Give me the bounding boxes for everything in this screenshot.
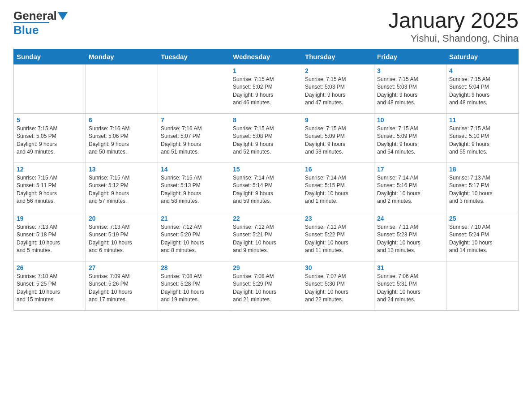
day-number: 12 xyxy=(17,166,83,173)
day-number: 15 xyxy=(233,166,299,173)
calendar-cell: 17Sunrise: 7:14 AM Sunset: 5:16 PM Dayli… xyxy=(374,163,446,212)
day-info: Sunrise: 7:15 AM Sunset: 5:02 PM Dayligh… xyxy=(233,76,299,107)
day-number: 22 xyxy=(233,215,299,222)
calendar-cell: 15Sunrise: 7:14 AM Sunset: 5:14 PM Dayli… xyxy=(230,163,302,212)
calendar-cell: 14Sunrise: 7:15 AM Sunset: 5:13 PM Dayli… xyxy=(158,163,230,212)
col-wednesday: Wednesday xyxy=(230,49,302,64)
calendar-week-row: 1Sunrise: 7:15 AM Sunset: 5:02 PM Daylig… xyxy=(14,64,519,113)
day-number: 18 xyxy=(449,166,515,173)
col-monday: Monday xyxy=(86,49,158,64)
day-number: 27 xyxy=(89,264,155,271)
day-info: Sunrise: 7:13 AM Sunset: 5:17 PM Dayligh… xyxy=(449,174,515,206)
day-info: Sunrise: 7:15 AM Sunset: 5:12 PM Dayligh… xyxy=(89,174,155,206)
day-number: 16 xyxy=(305,166,371,173)
day-number: 28 xyxy=(161,264,227,271)
day-info: Sunrise: 7:15 AM Sunset: 5:10 PM Dayligh… xyxy=(449,125,515,156)
day-number: 1 xyxy=(233,67,299,74)
calendar-cell: 2Sunrise: 7:15 AM Sunset: 5:03 PM Daylig… xyxy=(302,64,374,113)
page-title: January 2025 xyxy=(388,9,519,33)
col-saturday: Saturday xyxy=(446,49,519,64)
day-info: Sunrise: 7:16 AM Sunset: 5:06 PM Dayligh… xyxy=(89,125,155,156)
calendar-cell: 6Sunrise: 7:16 AM Sunset: 5:06 PM Daylig… xyxy=(86,113,158,163)
calendar-cell: 19Sunrise: 7:13 AM Sunset: 5:18 PM Dayli… xyxy=(14,212,86,261)
svg-marker-0 xyxy=(58,12,68,20)
calendar-week-row: 5Sunrise: 7:15 AM Sunset: 5:05 PM Daylig… xyxy=(14,113,519,163)
calendar-cell: 3Sunrise: 7:15 AM Sunset: 5:03 PM Daylig… xyxy=(374,64,446,113)
day-info: Sunrise: 7:15 AM Sunset: 5:09 PM Dayligh… xyxy=(377,125,443,156)
calendar-cell xyxy=(14,64,86,113)
logo-text-general: General xyxy=(13,9,57,23)
day-number: 20 xyxy=(89,215,155,222)
header-row: Sunday Monday Tuesday Wednesday Thursday… xyxy=(14,49,519,64)
logo-text-blue: Blue xyxy=(13,23,39,37)
col-friday: Friday xyxy=(374,49,446,64)
day-number: 30 xyxy=(305,264,371,271)
col-sunday: Sunday xyxy=(14,49,86,64)
day-info: Sunrise: 7:16 AM Sunset: 5:07 PM Dayligh… xyxy=(161,125,227,156)
calendar-cell: 10Sunrise: 7:15 AM Sunset: 5:09 PM Dayli… xyxy=(374,113,446,163)
day-number: 26 xyxy=(17,264,83,271)
day-number: 7 xyxy=(161,116,227,124)
day-number: 6 xyxy=(89,116,155,124)
day-number: 13 xyxy=(89,166,155,173)
calendar-cell: 22Sunrise: 7:12 AM Sunset: 5:21 PM Dayli… xyxy=(230,212,302,261)
calendar-table: Sunday Monday Tuesday Wednesday Thursday… xyxy=(13,49,519,311)
day-info: Sunrise: 7:15 AM Sunset: 5:04 PM Dayligh… xyxy=(449,76,515,107)
calendar-cell: 8Sunrise: 7:15 AM Sunset: 5:08 PM Daylig… xyxy=(230,113,302,163)
day-number: 9 xyxy=(305,116,371,124)
day-info: Sunrise: 7:08 AM Sunset: 5:28 PM Dayligh… xyxy=(161,273,227,304)
calendar-cell: 20Sunrise: 7:13 AM Sunset: 5:19 PM Dayli… xyxy=(86,212,158,261)
calendar-cell: 27Sunrise: 7:09 AM Sunset: 5:26 PM Dayli… xyxy=(86,261,158,310)
day-info: Sunrise: 7:11 AM Sunset: 5:23 PM Dayligh… xyxy=(377,223,443,255)
day-info: Sunrise: 7:10 AM Sunset: 5:24 PM Dayligh… xyxy=(449,223,515,255)
day-info: Sunrise: 7:15 AM Sunset: 5:03 PM Dayligh… xyxy=(305,76,371,107)
day-info: Sunrise: 7:15 AM Sunset: 5:03 PM Dayligh… xyxy=(377,76,443,107)
day-info: Sunrise: 7:09 AM Sunset: 5:26 PM Dayligh… xyxy=(89,273,155,304)
calendar-cell xyxy=(86,64,158,113)
day-number: 2 xyxy=(305,67,371,74)
day-number: 19 xyxy=(17,215,83,222)
day-number: 14 xyxy=(161,166,227,173)
day-info: Sunrise: 7:14 AM Sunset: 5:15 PM Dayligh… xyxy=(305,174,371,206)
day-number: 23 xyxy=(305,215,371,222)
day-info: Sunrise: 7:10 AM Sunset: 5:25 PM Dayligh… xyxy=(17,273,83,304)
day-number: 21 xyxy=(161,215,227,222)
calendar-cell: 7Sunrise: 7:16 AM Sunset: 5:07 PM Daylig… xyxy=(158,113,230,163)
day-number: 4 xyxy=(449,67,515,74)
calendar-cell xyxy=(446,261,519,310)
calendar-cell: 28Sunrise: 7:08 AM Sunset: 5:28 PM Dayli… xyxy=(158,261,230,310)
calendar-week-row: 12Sunrise: 7:15 AM Sunset: 5:11 PM Dayli… xyxy=(14,163,519,212)
calendar-cell: 1Sunrise: 7:15 AM Sunset: 5:02 PM Daylig… xyxy=(230,64,302,113)
day-number: 25 xyxy=(449,215,515,222)
page-subtitle: Yishui, Shandong, China xyxy=(388,33,519,44)
col-thursday: Thursday xyxy=(302,49,374,64)
calendar-cell: 4Sunrise: 7:15 AM Sunset: 5:04 PM Daylig… xyxy=(446,64,519,113)
day-info: Sunrise: 7:15 AM Sunset: 5:11 PM Dayligh… xyxy=(17,174,83,206)
day-info: Sunrise: 7:15 AM Sunset: 5:08 PM Dayligh… xyxy=(233,125,299,156)
day-number: 10 xyxy=(377,116,443,124)
calendar-cell: 9Sunrise: 7:15 AM Sunset: 5:09 PM Daylig… xyxy=(302,113,374,163)
calendar-cell: 13Sunrise: 7:15 AM Sunset: 5:12 PM Dayli… xyxy=(86,163,158,212)
day-number: 29 xyxy=(233,264,299,271)
day-info: Sunrise: 7:06 AM Sunset: 5:31 PM Dayligh… xyxy=(377,273,443,304)
day-info: Sunrise: 7:11 AM Sunset: 5:22 PM Dayligh… xyxy=(305,223,371,255)
calendar-cell: 16Sunrise: 7:14 AM Sunset: 5:15 PM Dayli… xyxy=(302,163,374,212)
day-number: 31 xyxy=(377,264,443,271)
calendar-cell: 18Sunrise: 7:13 AM Sunset: 5:17 PM Dayli… xyxy=(446,163,519,212)
day-number: 24 xyxy=(377,215,443,222)
calendar-cell: 5Sunrise: 7:15 AM Sunset: 5:05 PM Daylig… xyxy=(14,113,86,163)
day-info: Sunrise: 7:15 AM Sunset: 5:05 PM Dayligh… xyxy=(17,125,83,156)
day-info: Sunrise: 7:14 AM Sunset: 5:16 PM Dayligh… xyxy=(377,174,443,206)
day-number: 5 xyxy=(17,116,83,124)
day-number: 17 xyxy=(377,166,443,173)
calendar-cell: 30Sunrise: 7:07 AM Sunset: 5:30 PM Dayli… xyxy=(302,261,374,310)
day-info: Sunrise: 7:13 AM Sunset: 5:19 PM Dayligh… xyxy=(89,223,155,255)
calendar-week-row: 19Sunrise: 7:13 AM Sunset: 5:18 PM Dayli… xyxy=(14,212,519,261)
day-info: Sunrise: 7:15 AM Sunset: 5:13 PM Dayligh… xyxy=(161,174,227,206)
calendar-cell: 21Sunrise: 7:12 AM Sunset: 5:20 PM Dayli… xyxy=(158,212,230,261)
calendar-cell: 23Sunrise: 7:11 AM Sunset: 5:22 PM Dayli… xyxy=(302,212,374,261)
day-info: Sunrise: 7:14 AM Sunset: 5:14 PM Dayligh… xyxy=(233,174,299,206)
calendar-cell: 29Sunrise: 7:08 AM Sunset: 5:29 PM Dayli… xyxy=(230,261,302,310)
calendar-cell: 31Sunrise: 7:06 AM Sunset: 5:31 PM Dayli… xyxy=(374,261,446,310)
day-info: Sunrise: 7:08 AM Sunset: 5:29 PM Dayligh… xyxy=(233,273,299,304)
